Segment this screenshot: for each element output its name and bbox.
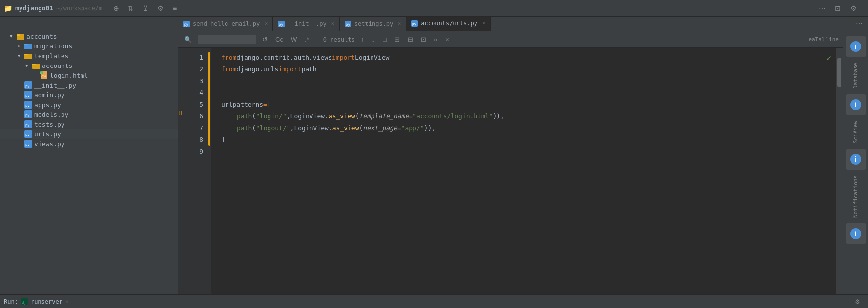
case-sensitive-btn[interactable]: Cc [273, 35, 285, 44]
server-label: runserver [31, 298, 62, 305]
right-panel-btn-1[interactable]: i [846, 36, 866, 57]
folder-accounts-icon [17, 32, 24, 40]
tab-overflow-btn[interactable]: ⋯ [852, 17, 866, 31]
py-apps-icon: py [24, 101, 32, 109]
svg-text:py: py [25, 123, 29, 127]
sidebar-item-accounts-sub-label: accounts [42, 62, 73, 69]
right-panel-btn-4[interactable]: i [846, 223, 866, 244]
code-content[interactable]: from django.contrib.auth.views import Lo… [211, 48, 822, 294]
sidebar-item-tests-py[interactable]: py tests.py [0, 119, 178, 129]
code-line-4 [217, 87, 822, 99]
project-name: mydjango01 [15, 4, 53, 12]
maximize-icon[interactable]: ⊡ [831, 1, 845, 15]
inline-label: line [826, 36, 839, 43]
run-settings-btn[interactable]: ⚙ [850, 295, 864, 308]
prev-result-btn[interactable]: ↑ [359, 35, 366, 44]
search-input[interactable] [198, 35, 256, 44]
sidebar-item-migrations[interactable]: ▶ migrations [0, 41, 178, 51]
expand-btn[interactable]: □ [381, 35, 389, 44]
sidebar-item-tests-py-label: tests.py [34, 121, 65, 128]
svg-text:py: py [346, 22, 351, 26]
tab-init[interactable]: py __init__.py × [273, 17, 340, 31]
tab-accounts-urls[interactable]: py accounts/urls.py × [406, 17, 491, 31]
info-icon-4: i [850, 228, 861, 239]
sidebar-item-models-py[interactable]: py models.py [0, 110, 178, 119]
regex-btn[interactable]: .* [303, 35, 311, 44]
right-panel-btn-2[interactable]: i [846, 94, 866, 115]
scroll-track[interactable] [836, 48, 843, 294]
sidebar-item-apps-py[interactable]: py apps.py [0, 100, 178, 110]
sidebar-item-init-py[interactable]: py __init__.py [0, 80, 178, 90]
info-icon-2: i [850, 99, 861, 110]
line-num-2: 2 [178, 64, 207, 75]
sidebar-item-apps-py-label: apps.py [34, 101, 61, 109]
sidebar-item-urls-py-label: urls.py [34, 131, 61, 138]
options-btn[interactable]: ⊡ [419, 35, 428, 44]
sidebar-item-views-py[interactable]: py views.py [0, 139, 178, 149]
code-line-8: ] [217, 134, 822, 146]
django-icon: dj [21, 298, 28, 305]
line-num-9: 9 [178, 146, 207, 157]
search-bar: 🔍 ↺ Cc W .* 0 results ↑ ↓ □ ⊞ ⊟ ⊡ » × ea… [178, 31, 843, 48]
overflow-btn[interactable]: » [432, 35, 439, 44]
folder-templates-icon [24, 52, 32, 60]
sciview-tab[interactable]: SciView [851, 118, 860, 146]
tab-settings[interactable]: py settings.py × [340, 17, 407, 31]
svg-text:py: py [412, 22, 417, 26]
tab-close-2[interactable]: × [331, 21, 334, 26]
top-header: 📁 mydjango01 ~/workspace/m ⊕ ⇅ ⊻ ⚙ ≡ ⋯ ⊡… [0, 0, 868, 17]
word-btn[interactable]: W [289, 35, 299, 44]
sort-icon[interactable]: ⇅ [124, 1, 138, 15]
sidebar-item-accounts-sub[interactable]: ▼ accounts [0, 61, 178, 70]
sidebar-item-templates[interactable]: ▼ templates [0, 51, 178, 61]
code-editor[interactable]: 1 2 3 4 5 6 H 7 8 9 from [178, 48, 843, 294]
collapse-icon[interactable]: ≡ [168, 1, 182, 15]
sidebar-item-models-py-label: models.py [34, 111, 68, 118]
search-replace-btn[interactable]: ↺ [260, 35, 269, 44]
filter-btn[interactable]: ⊟ [406, 35, 415, 44]
svg-text:dj: dj [22, 301, 26, 305]
main-area: ▼ accounts ▶ migrations ▼ templates ▼ ac… [0, 31, 868, 294]
code-line-1: from django.contrib.auth.views import Lo… [217, 52, 822, 64]
svg-text:py: py [25, 104, 29, 108]
tab-send-hello-email[interactable]: py send_hello_email.py × [178, 17, 273, 31]
arrow-accounts: ▼ [10, 34, 15, 39]
right-panel-btn-3[interactable]: i [846, 149, 866, 170]
tab-close-1[interactable]: × [265, 21, 268, 26]
search-toggle-btn[interactable]: 🔍 [182, 35, 194, 44]
sidebar-item-login-html[interactable]: HTML H login.html [0, 70, 178, 80]
sidebar-item-admin-py[interactable]: py admin.py [0, 90, 178, 100]
close-search-btn[interactable]: × [443, 35, 451, 44]
svg-text:py: py [25, 94, 29, 98]
sidebar-item-urls-py[interactable]: py urls.py [0, 129, 178, 139]
sidebar-item-templates-label: templates [34, 52, 68, 60]
database-tab[interactable]: Database [851, 60, 860, 91]
results-count: 0 results [323, 36, 355, 43]
more-icon[interactable]: ⋯ [815, 1, 829, 15]
bracket-indicator [208, 52, 210, 146]
run-bar: Run: dj runserver × ⚙ [0, 294, 868, 308]
settings-icon[interactable]: ⚙ [153, 1, 167, 15]
pin-btn[interactable]: ⊞ [393, 35, 402, 44]
line-num-1: 1 [178, 52, 207, 64]
sidebar-item-accounts[interactable]: ▼ accounts [0, 31, 178, 41]
html-file-icon: HTML H [40, 71, 48, 79]
tab-close-3[interactable]: × [398, 21, 401, 26]
code-line-5: urlpatterns = [ [217, 99, 822, 110]
close-run-btn[interactable]: × [65, 298, 69, 305]
next-result-btn[interactable]: ↓ [370, 35, 377, 44]
folder-migrations-icon [24, 42, 32, 50]
filter-icon[interactable]: ⊻ [139, 1, 152, 15]
sidebar-item-views-py-label: views.py [34, 140, 65, 148]
svg-rect-15 [32, 64, 36, 65]
sidebar-item-migrations-label: migrations [34, 43, 72, 50]
sidebar-item-accounts-label: accounts [26, 33, 57, 40]
tab-bar: py send_hello_email.py × py __init__.py … [0, 17, 868, 31]
tab-close-4[interactable]: × [482, 21, 485, 26]
notifications-tab[interactable]: Notifications [851, 173, 860, 220]
add-icon[interactable]: ⊕ [109, 1, 123, 15]
py-tests-icon: py [24, 120, 32, 128]
code-line-7: path ( "logout/" , LoginView . as_view (… [217, 122, 822, 134]
scroll-thumb[interactable] [837, 58, 841, 87]
settings-editor-icon[interactable]: ⚙ [847, 1, 860, 15]
